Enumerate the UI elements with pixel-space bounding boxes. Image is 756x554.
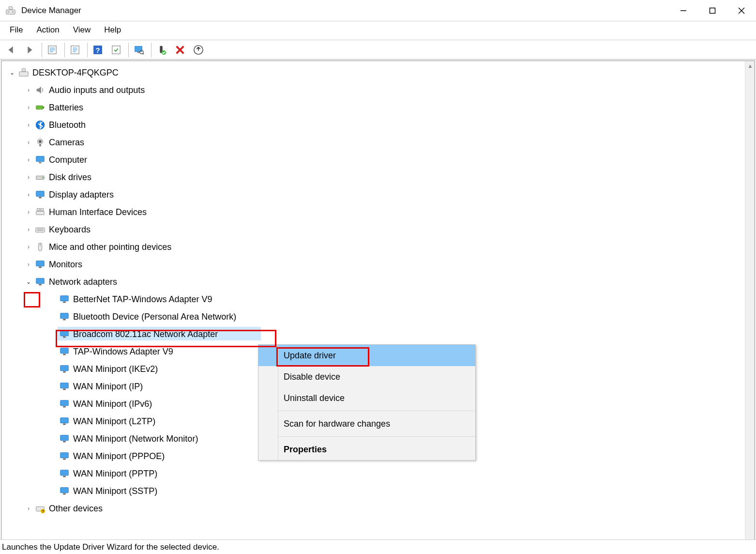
chevron-right-icon[interactable]: › [28,505,30,512]
tree-category-node[interactable]: ›Cameras [1,134,745,151]
category-label: Display adapters [49,190,114,200]
menu-view[interactable]: View [67,23,99,37]
nav-forward-button[interactable] [21,42,38,58]
tree-category-node[interactable]: ›Monitors [1,256,745,273]
svg-rect-40 [36,191,45,197]
properties-button[interactable] [67,42,83,58]
category-label: Bluetooth [49,120,86,130]
device-label: WAN Miniport (L2TP) [73,416,155,427]
vertical-scrollbar[interactable]: ▲ ▼ [745,61,755,548]
category-label: Disk drives [49,172,91,183]
tree-device-node[interactable]: WAN Miniport (PPTP) [1,465,745,482]
svg-rect-51 [39,267,42,268]
svg-rect-30 [36,106,43,109]
svg-rect-28 [19,72,28,76]
update-driver-button[interactable] [190,42,207,58]
tree-category-node[interactable]: ›Human Interface Devices [1,203,745,221]
chevron-right-icon[interactable]: › [28,244,30,250]
tree-category-node[interactable]: ›Batteries [1,99,745,116]
svg-rect-57 [63,319,66,321]
enable-device-button[interactable] [153,42,170,58]
svg-rect-53 [39,284,42,286]
mouse-icon [34,241,46,253]
category-label: Batteries [49,103,83,113]
svg-rect-50 [36,261,45,266]
context-properties[interactable]: Properties [258,439,475,460]
close-button[interactable] [727,0,756,21]
chevron-right-icon[interactable]: › [28,226,30,233]
menu-help[interactable]: Help [98,23,129,37]
show-hidden-2-button[interactable] [108,42,124,58]
svg-rect-65 [63,389,66,390]
menu-file[interactable]: File [4,23,30,37]
chevron-right-icon[interactable]: › [28,104,30,111]
network-adapter-icon [59,293,70,305]
chevron-right-icon[interactable]: › [28,87,30,93]
context-menu-label: Properties [284,445,327,455]
help-button[interactable]: ? [90,42,106,58]
show-hidden-button[interactable] [44,42,60,58]
chevron-right-icon[interactable]: › [28,122,30,128]
minimize-button[interactable] [669,0,698,21]
computer-root-icon [18,67,30,78]
chevron-down-icon[interactable]: ⌄ [10,69,15,76]
menu-action[interactable]: Action [30,23,67,37]
svg-rect-54 [60,296,69,301]
tree-device-node[interactable]: Broadcom 802.11ac Network Adapter [1,325,745,343]
tree-device-node[interactable]: Bluetooth Device (Personal Area Network) [1,308,745,325]
context-update-driver[interactable]: Update driver [258,345,475,366]
svg-rect-29 [22,69,25,72]
svg-rect-10 [50,49,55,50]
context-menu-label: Uninstall device [284,393,345,403]
svg-rect-45 [36,228,45,232]
network-icon [34,276,46,288]
context-uninstall-device[interactable]: Uninstall device [258,387,475,409]
category-label: Keyboards [49,225,91,235]
disk-icon [34,171,46,183]
content-panel: ⌄ DESKTOP-4FQKGPC ›Audio inputs and outp… [1,61,755,549]
context-disable-device[interactable]: Disable device [258,366,475,387]
tree-category-node[interactable]: ›?Other devices [1,500,745,517]
toolbar-sep [87,43,88,57]
bluetooth-icon [34,119,46,131]
tree-device-node[interactable]: BetterNet TAP-Windows Adapter V9 [1,291,745,308]
svg-point-39 [42,177,44,179]
svg-rect-74 [60,470,69,476]
context-scan-hardware[interactable]: Scan for hardware changes [258,413,475,434]
device-tree[interactable]: ⌄ DESKTOP-4FQKGPC ›Audio inputs and outp… [1,61,745,548]
svg-rect-19 [135,46,142,51]
tree-category-node[interactable]: ›Audio inputs and outputs [1,81,745,99]
maximize-button[interactable] [698,0,727,21]
svg-rect-2 [12,11,14,13]
nav-back-button[interactable] [3,42,19,58]
computer-icon [34,154,46,166]
tree-category-node[interactable]: ›Display adapters [1,186,745,203]
chevron-right-icon[interactable]: › [28,261,30,268]
device-label: WAN Miniport (IP) [73,382,143,392]
window-controls [669,0,756,21]
category-label: Computer [49,155,87,165]
tree-category-node[interactable]: ›Mice and other pointing devices [1,238,745,256]
tree-category-node[interactable]: ›Bluetooth [1,116,745,134]
scan-hardware-button[interactable] [131,42,147,58]
chevron-right-icon[interactable]: › [28,139,30,146]
chevron-right-icon[interactable]: › [28,156,30,163]
chevron-right-icon[interactable]: › [28,191,30,198]
chevron-right-icon[interactable]: › [28,209,30,215]
tree-category-node[interactable]: ›Keyboards [1,221,745,238]
chevron-right-icon[interactable]: › [28,174,30,181]
tree-device-node[interactable]: WAN Miniport (SSTP) [1,482,745,500]
tree-category-node[interactable]: ⌄Network adapters [1,273,745,291]
uninstall-button[interactable] [172,42,188,58]
chevron-down-icon[interactable]: ⌄ [26,278,31,285]
scroll-up-icon[interactable]: ▲ [745,61,755,71]
device-label: TAP-Windows Adapter V9 [73,347,173,357]
context-menu-sep [278,411,475,411]
network-adapter-icon [59,363,70,375]
tree-category-node[interactable]: ›Disk drives [1,169,745,186]
network-adapter-icon [59,328,70,340]
tree-root-node[interactable]: ⌄ DESKTOP-4FQKGPC [1,64,745,81]
device-label: WAN Miniport (SSTP) [73,486,157,496]
network-adapter-icon [59,381,70,392]
tree-category-node[interactable]: ›Computer [1,151,745,169]
